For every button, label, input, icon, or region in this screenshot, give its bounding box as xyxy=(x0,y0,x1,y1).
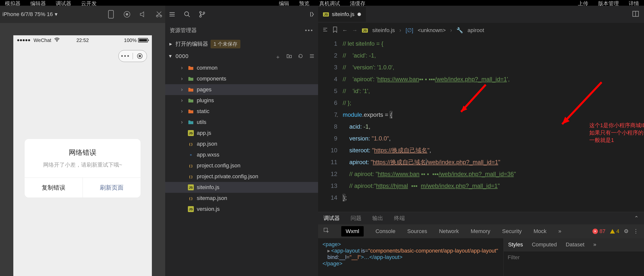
phone-statusbar: WeChat 22:52 100% xyxy=(13,35,152,45)
fold-icon[interactable] xyxy=(322,27,328,34)
tab-siteinfo[interactable]: JS siteinfo.js xyxy=(318,7,366,22)
folder-icon xyxy=(188,98,194,103)
svg-point-5 xyxy=(185,12,188,16)
collapse-all-icon[interactable] xyxy=(309,53,315,59)
chevron-right-icon: › xyxy=(181,108,185,115)
tab-terminal[interactable]: 终端 xyxy=(394,214,405,222)
sound-icon[interactable] xyxy=(139,11,147,18)
file-label: app.wxss xyxy=(197,152,220,158)
folder-utils[interactable]: ›utils xyxy=(165,117,318,128)
svg-point-7 xyxy=(200,16,202,17)
forward-icon[interactable]: → xyxy=(352,27,358,34)
devtab-sources[interactable]: Sources xyxy=(407,228,427,234)
chevron-right-icon: › xyxy=(181,119,185,125)
search-icon[interactable] xyxy=(183,10,192,19)
open-editors-section[interactable]: ▸ 打开的编辑器 1 个未保存 xyxy=(165,38,318,50)
file-app.json[interactable]: { }app.json xyxy=(165,138,318,149)
device-icon[interactable] xyxy=(107,11,115,18)
list-icon[interactable] xyxy=(168,10,176,19)
dataset-tab[interactable]: Dataset xyxy=(566,241,584,248)
capsule-button[interactable]: ••• xyxy=(118,50,147,62)
file-label: project.private.config.json xyxy=(197,173,258,180)
back-icon[interactable]: ← xyxy=(342,27,348,34)
devtab-console[interactable]: Console xyxy=(376,228,396,234)
file-app.wxss[interactable]: ≡app.wxss xyxy=(165,149,318,160)
new-file-icon[interactable]: ＋ xyxy=(275,53,281,59)
inspect-icon[interactable] xyxy=(324,228,330,235)
record-icon[interactable] xyxy=(123,11,131,18)
folder-plugins[interactable]: ›plugins xyxy=(165,95,318,106)
more-icon[interactable]: ••• xyxy=(305,27,314,34)
battery-icon xyxy=(138,38,148,43)
bookmark-icon[interactable] xyxy=(332,27,338,34)
method-icon: 🔧 xyxy=(456,27,463,34)
menu-clear-cache[interactable]: 清缓存 xyxy=(350,0,366,7)
fold-chevron-icon[interactable]: ⌄ xyxy=(336,110,339,122)
split-editor-icon[interactable] xyxy=(632,10,639,18)
computed-tab[interactable]: Computed xyxy=(532,241,557,248)
devtab-memory[interactable]: Memory xyxy=(471,228,490,234)
cut-icon[interactable] xyxy=(155,11,163,18)
tab-problems[interactable]: 问题 xyxy=(350,214,362,222)
editor-pane: ← → JS siteinfo.js › [∅] <unknown> › 🔧 a… xyxy=(318,23,644,276)
settings-gear-icon[interactable]: ⚙ xyxy=(624,228,629,234)
file-sitemap.json[interactable]: { }sitemap.json xyxy=(165,193,318,204)
wxml-pane[interactable]: <page> ▸<app-layout is="components/basic… xyxy=(318,238,504,276)
devtab-overflow-icon[interactable]: » xyxy=(558,228,562,234)
file-version.js[interactable]: JSversion.js xyxy=(165,204,318,214)
device-selector[interactable]: iPhone 6/7/8 75% 16 ▾ xyxy=(2,11,58,18)
chevron-right-icon: › xyxy=(181,86,185,93)
folder-components[interactable]: ›components xyxy=(165,73,318,84)
js-icon: JS xyxy=(188,130,194,136)
time-label: 22:52 xyxy=(76,38,89,43)
wxss-icon: ≡ xyxy=(188,152,194,158)
warning-count[interactable]: 4 xyxy=(610,228,619,234)
devtab-wxml[interactable]: Wxml xyxy=(341,226,364,236)
file-label: pages xyxy=(197,86,212,93)
breadcrumb[interactable]: ← → JS siteinfo.js › [∅] <unknown> › 🔧 a… xyxy=(318,23,644,38)
folder-static[interactable]: ›static xyxy=(165,106,318,117)
js-icon: JS xyxy=(323,12,329,17)
collapse-icon[interactable] xyxy=(307,10,316,19)
json-icon: { } xyxy=(188,141,194,147)
tab-debugger[interactable]: 调试器 xyxy=(324,214,340,222)
refresh-button[interactable]: 刷新页面 xyxy=(83,178,141,197)
file-siteinfo.js[interactable]: JSsiteinfo.js xyxy=(165,182,318,193)
debug-panel: 调试器 问题 输出 终端 ⌃ Wxml Console Sources Netw… xyxy=(318,212,644,276)
chevron-up-icon[interactable]: ⌃ xyxy=(634,215,638,221)
chevron-down-icon: ▸ xyxy=(168,54,174,59)
new-folder-icon[interactable] xyxy=(286,53,292,59)
crumb-file[interactable]: siteinfo.js xyxy=(372,27,395,34)
devtab-network[interactable]: Network xyxy=(439,228,459,234)
code-editor[interactable]: 1234 5678 9101112 1314 ⌄ // let siteInfo… xyxy=(318,38,644,212)
devtab-mock[interactable]: Mock xyxy=(534,228,546,234)
copy-error-button[interactable]: 复制错误 xyxy=(25,178,83,197)
styles-tab[interactable]: Styles xyxy=(508,241,523,248)
project-section[interactable]: ▸ 0000 ＋ xyxy=(165,50,318,63)
folder-common[interactable]: ›common xyxy=(165,63,318,73)
styles-overflow-icon[interactable]: » xyxy=(593,241,596,248)
tab-output[interactable]: 输出 xyxy=(372,214,383,222)
file-project.private.config.json[interactable]: { }project.private.config.json xyxy=(165,171,318,182)
more-icon[interactable]: ••• xyxy=(118,53,133,60)
branch-icon[interactable] xyxy=(198,10,206,19)
folder-pages[interactable]: ›pages xyxy=(165,84,318,95)
menu-remote-debug[interactable]: 真机调试 xyxy=(319,0,340,7)
battery-label: 100% xyxy=(124,38,136,43)
kebab-icon[interactable]: ⋮ xyxy=(633,228,638,234)
crumb-symbol1[interactable]: <unknown> xyxy=(418,27,446,34)
simulator-pane: WeChat 22:52 100% ••• 网络错误 网络 xyxy=(0,23,165,276)
refresh-icon[interactable] xyxy=(298,53,304,59)
styles-filter-input[interactable] xyxy=(508,254,640,261)
file-app.js[interactable]: JSapp.js xyxy=(165,128,318,138)
close-capsule-icon[interactable] xyxy=(133,53,147,59)
file-label: sitemap.json xyxy=(197,195,227,201)
chevron-right-icon: › xyxy=(181,76,185,82)
phone-frame: WeChat 22:52 100% ••• 网络错误 网络 xyxy=(13,35,152,276)
js-icon: JS xyxy=(188,184,194,190)
error-count[interactable]: ✕87 xyxy=(592,228,605,234)
file-project.config.json[interactable]: { }project.config.json xyxy=(165,160,318,171)
folder-icon xyxy=(188,119,194,125)
devtab-security[interactable]: Security xyxy=(502,228,522,234)
crumb-symbol2[interactable]: apiroot xyxy=(468,27,484,34)
